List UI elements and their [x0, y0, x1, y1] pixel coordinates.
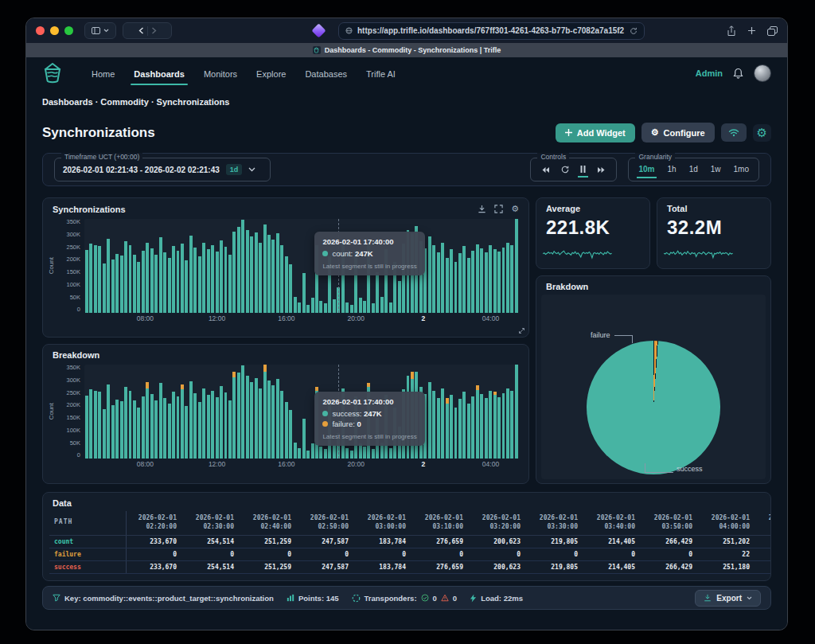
bar[interactable]: [467, 365, 470, 459]
bar[interactable]: [255, 365, 258, 459]
bar[interactable]: [510, 219, 513, 313]
configure-button[interactable]: ⚙ Configure: [641, 123, 715, 142]
bar[interactable]: [189, 365, 193, 459]
bar[interactable]: [220, 219, 223, 313]
bar[interactable]: [154, 219, 158, 313]
bar[interactable]: [163, 219, 166, 313]
bar[interactable]: [181, 219, 184, 313]
bar[interactable]: [471, 219, 474, 313]
bar[interactable]: [211, 219, 214, 313]
bar[interactable]: [224, 219, 228, 313]
pause-button[interactable]: [578, 162, 588, 178]
bar[interactable]: [506, 365, 509, 459]
settings-gear-icon[interactable]: ⚙: [753, 124, 771, 142]
bar[interactable]: [198, 365, 201, 459]
bar[interactable]: [107, 365, 110, 459]
add-widget-button[interactable]: Add Widget: [556, 123, 635, 142]
bar[interactable]: [142, 219, 145, 313]
bar[interactable]: [133, 365, 136, 459]
skip-forward-button[interactable]: [595, 163, 608, 177]
bar[interactable]: [302, 219, 306, 313]
bar[interactable]: [85, 365, 88, 459]
live-connection-button[interactable]: [721, 123, 747, 142]
bar[interactable]: [446, 365, 449, 459]
bar[interactable]: [446, 219, 449, 313]
sync-bar-chart[interactable]: 2026-02-01 17:40:00 count: 247K Latest s…: [84, 219, 519, 313]
bar[interactable]: [441, 365, 444, 459]
bar[interactable]: [94, 219, 97, 313]
bar[interactable]: [493, 219, 497, 313]
bar[interactable]: [159, 365, 162, 459]
timeframe-control[interactable]: Timeframe UCT (+00:00) 2026-02-01 02:21:…: [54, 158, 271, 181]
bar[interactable]: [454, 219, 458, 313]
bar[interactable]: [111, 219, 115, 313]
bar[interactable]: [159, 219, 162, 313]
bar[interactable]: [255, 219, 258, 313]
bar[interactable]: [216, 365, 219, 459]
nav-item-home[interactable]: Home: [82, 60, 124, 87]
bar[interactable]: [437, 365, 440, 459]
bar[interactable]: [193, 219, 197, 313]
sidebar-toggle-button[interactable]: [84, 22, 116, 39]
bar[interactable]: [172, 365, 175, 459]
bar[interactable]: [177, 365, 180, 459]
close-window-button[interactable]: [36, 26, 45, 35]
granularity-option-10m[interactable]: 10m: [637, 162, 656, 178]
bar[interactable]: [489, 219, 492, 313]
nav-item-explore[interactable]: Explore: [247, 60, 295, 87]
bar[interactable]: [280, 365, 283, 459]
bar[interactable]: [485, 219, 488, 313]
bar[interactable]: [207, 219, 210, 313]
bar[interactable]: [232, 219, 236, 313]
bar[interactable]: [267, 219, 271, 313]
bar[interactable]: [441, 219, 444, 313]
bar[interactable]: [276, 365, 279, 459]
bar[interactable]: [432, 365, 435, 459]
back-icon[interactable]: [138, 27, 144, 34]
bar[interactable]: [181, 365, 184, 459]
bar[interactable]: [137, 219, 140, 313]
bar[interactable]: [185, 365, 188, 459]
bar[interactable]: [515, 219, 518, 313]
bar[interactable]: [263, 365, 267, 459]
export-button[interactable]: Export: [695, 590, 761, 607]
bar[interactable]: [177, 219, 180, 313]
bar[interactable]: [263, 219, 267, 313]
bar[interactable]: [428, 365, 431, 459]
bar[interactable]: [115, 219, 119, 313]
bar[interactable]: [432, 219, 435, 313]
bar[interactable]: [294, 365, 297, 459]
bar[interactable]: [489, 365, 492, 459]
bar[interactable]: [462, 365, 466, 459]
bar[interactable]: [133, 219, 136, 313]
bar[interactable]: [94, 365, 97, 459]
bar[interactable]: [259, 219, 262, 313]
nav-item-dashboards[interactable]: Dashboards: [124, 60, 194, 87]
bar[interactable]: [98, 219, 101, 313]
bar[interactable]: [220, 365, 223, 459]
bar[interactable]: [246, 219, 249, 313]
bar[interactable]: [515, 365, 518, 459]
bar[interactable]: [107, 219, 110, 313]
bar[interactable]: [168, 365, 171, 459]
nav-item-databases[interactable]: Databases: [295, 60, 357, 87]
bar[interactable]: [150, 219, 154, 313]
bar[interactable]: [285, 365, 288, 459]
bar[interactable]: [207, 365, 210, 459]
bar[interactable]: [246, 365, 249, 459]
bar[interactable]: [120, 365, 123, 459]
granularity-option-1mo[interactable]: 1mo: [732, 162, 751, 178]
refresh-button[interactable]: [559, 162, 571, 177]
bar[interactable]: [129, 219, 132, 313]
bar[interactable]: [111, 365, 115, 459]
bar[interactable]: [306, 365, 310, 459]
fullscreen-icon[interactable]: [494, 205, 503, 213]
extension-icon[interactable]: [311, 23, 326, 37]
minimize-window-button[interactable]: [50, 26, 59, 35]
bar[interactable]: [168, 219, 171, 313]
bar[interactable]: [450, 365, 453, 459]
bar[interactable]: [497, 365, 501, 459]
bar[interactable]: [89, 219, 92, 313]
bar[interactable]: [250, 365, 253, 459]
bar[interactable]: [502, 219, 505, 313]
